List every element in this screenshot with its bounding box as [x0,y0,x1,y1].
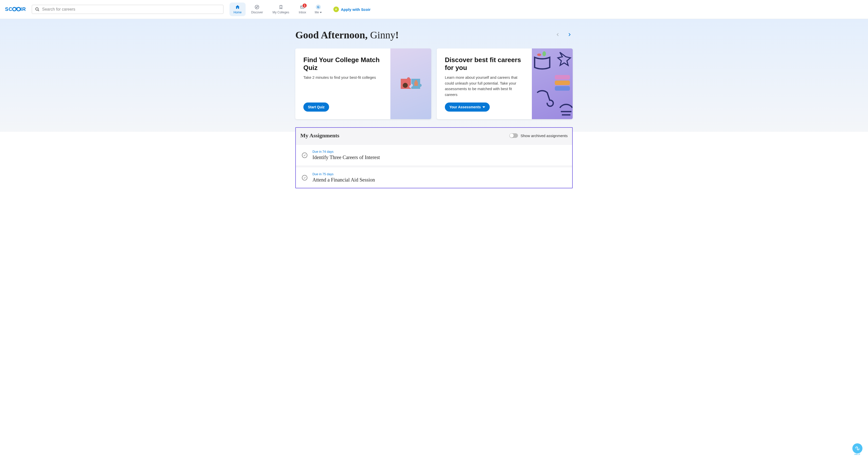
card-description: Take 2 minutes to find your best-fit col… [303,75,382,81]
svg-point-12 [537,54,541,56]
career-items-icon [532,50,572,118]
quiz-illustration [391,49,431,119]
assignment-due: Due in 74 days [312,150,380,153]
svg-point-9 [403,83,408,88]
nav-me[interactable]: G Me [312,2,325,16]
app-header: SC IR Home Discover My Colleges 1 Inbox [0,0,868,19]
search-icon [35,7,39,11]
card-discover-careers: Discover best fit careers for you Learn … [437,49,573,119]
chevron-left-icon [556,32,560,37]
assignments-header: My Assignments Show archived assignments [296,128,572,145]
apply-label: Apply with Scoir [341,7,371,11]
svg-rect-15 [555,81,570,85]
nav-inbox[interactable]: 1 Inbox [295,2,310,16]
svg-text:IR: IR [21,6,26,12]
carousel-prev-button[interactable] [555,31,561,39]
compass-icon [254,4,259,9]
assignment-name: Attend a Financial Aid Session [312,177,375,183]
avatar: G [316,4,321,9]
greeting-suffix: ! [395,29,399,41]
assignment-item[interactable]: Due in 74 days Identify Three Careers of… [296,145,572,167]
svg-point-4 [36,7,38,10]
archived-toggle[interactable] [509,133,518,138]
home-icon [235,4,240,9]
carousel-nav [555,31,573,39]
assignment-name: Identify Three Careers of Interest [312,154,380,160]
assignment-due: Due in 75 days [312,172,375,176]
button-label: Your Assessments [450,105,481,109]
toggle-thumb [510,134,514,138]
check-icon [303,154,306,157]
nav-discover[interactable]: Discover [247,2,267,16]
svg-rect-10 [414,82,418,86]
complete-checkbox[interactable] [302,175,307,180]
nav-home[interactable]: Home [229,2,246,16]
svg-rect-11 [415,80,417,82]
greeting-name: Ginny [370,29,395,41]
archived-toggle-row: Show archived assignments [509,133,568,138]
careers-illustration [532,49,573,119]
greeting-heading: Good Afternoon, Ginny! [295,29,399,41]
toggle-label: Show archived assignments [521,134,568,138]
button-label: Start Quiz [308,105,324,109]
bolt-icon [333,6,339,12]
carousel-next-button[interactable] [566,31,573,39]
svg-point-13 [542,51,546,56]
svg-line-5 [38,10,39,11]
your-assessments-button[interactable]: Your Assessments [445,103,490,112]
logo-icon: SC IR [5,6,28,13]
card-title: Find Your College Match Quiz [303,56,382,72]
caret-down-icon [320,12,322,13]
card-description: Learn more about yourself and careers th… [445,75,524,97]
nav-label: Discover [251,10,263,14]
card-title: Discover best fit careers for you [445,56,524,72]
nav-label: My Colleges [273,10,289,14]
cards-row: Find Your College Match Quiz Take 2 minu… [295,49,573,119]
greeting-row: Good Afternoon, Ginny! [295,29,573,41]
assignment-text: Due in 74 days Identify Three Careers of… [312,150,380,160]
check-icon [303,176,306,179]
start-quiz-button[interactable]: Start Quiz [303,103,329,112]
search-input[interactable] [42,7,220,11]
assignments-title: My Assignments [300,132,339,139]
apply-with-scoir-button[interactable]: Apply with Scoir [330,4,374,14]
caret-down-icon [483,106,485,109]
nav-my-colleges[interactable]: My Colleges [269,2,293,16]
complete-checkbox[interactable] [302,152,307,158]
hero-section: Good Afternoon, Ginny! Find Your College… [0,19,868,132]
nav-label: Inbox [299,10,306,14]
me-label: Me [315,10,319,14]
me-label-row: Me [315,10,322,14]
card-college-match-quiz: Find Your College Match Quiz Take 2 minu… [295,49,431,119]
puzzle-icon [396,71,426,96]
main-nav: Home Discover My Colleges 1 Inbox G Me [229,2,325,16]
my-assignments-panel: My Assignments Show archived assignments… [295,127,573,188]
chevron-right-icon [567,32,572,37]
svg-text:SC: SC [5,6,12,12]
logo[interactable]: SC IR [5,6,28,13]
svg-marker-7 [256,6,258,8]
svg-rect-16 [555,86,570,91]
assignment-item[interactable]: Due in 75 days Attend a Financial Aid Se… [296,167,572,188]
svg-rect-14 [555,75,570,80]
inbox-badge: 1 [303,3,307,7]
bookmark-icon [278,4,283,9]
greeting-prefix: Good Afternoon, [295,29,370,41]
nav-label: Home [234,10,242,14]
search-container[interactable] [32,5,223,14]
assignment-text: Due in 75 days Attend a Financial Aid Se… [312,172,375,183]
